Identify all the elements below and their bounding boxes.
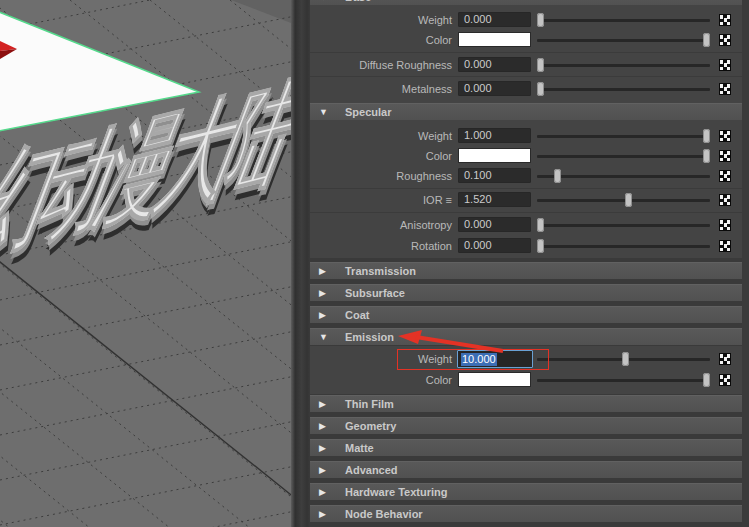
section-label-advanced: Advanced — [345, 462, 398, 478]
attr-label: Metalness — [310, 81, 452, 97]
attr-label: Anisotropy — [310, 217, 452, 233]
section-header-thin-film[interactable]: ▶ Thin Film — [310, 395, 742, 412]
slider-handle — [537, 13, 544, 27]
attribute-editor: ▼ Base Weight 0.000 Color Diffuse Roughn… — [310, 0, 749, 527]
section-label-transmission: Transmission — [345, 263, 416, 279]
disclosure-triangle-collapsed-icon: ▶ — [319, 485, 326, 500]
slider-handle — [703, 33, 710, 47]
texture-map-button[interactable] — [719, 194, 731, 206]
section-label-coat: Coat — [345, 307, 369, 323]
checker-icon — [719, 374, 731, 386]
base-weight-field[interactable]: 0.000 — [458, 12, 531, 27]
ior-field[interactable]: 1.520 — [458, 192, 531, 207]
section-header-geometry[interactable]: ▶ Geometry — [310, 417, 742, 434]
specular-roughness-field[interactable]: 0.100 — [458, 168, 531, 183]
disclosure-triangle-collapsed-icon: ▶ — [319, 286, 326, 301]
slider-handle — [537, 239, 544, 253]
emission-color-swatch[interactable] — [458, 372, 531, 387]
panel-right-margin — [742, 0, 749, 527]
metalness-field[interactable]: 0.000 — [458, 81, 531, 96]
attr-label: Roughness — [310, 168, 452, 184]
texture-map-button[interactable] — [719, 130, 731, 142]
specular-weight-field[interactable]: 1.000 — [458, 128, 531, 143]
specular-roughness-slider[interactable] — [537, 168, 710, 184]
section-header-coat[interactable]: ▶ Coat — [310, 306, 742, 323]
attr-row-metalness: Metalness 0.000 — [310, 81, 749, 97]
ior-menu-icon: ≡ — [443, 194, 452, 206]
section-header-transmission[interactable]: ▶ Transmission — [310, 262, 742, 279]
specular-weight-slider[interactable] — [537, 128, 710, 144]
section-header-hardware-texturing[interactable]: ▶ Hardware Texturing — [310, 483, 742, 500]
attr-row-base-color: Color — [310, 32, 749, 48]
section-label-emission: Emission — [345, 329, 394, 345]
section-label-specular: Specular — [345, 104, 391, 120]
base-color-slider[interactable] — [537, 32, 710, 48]
section-header-base[interactable]: ▼ Base — [310, 0, 742, 5]
diffuse-roughness-field[interactable]: 0.000 — [458, 57, 531, 72]
metalness-slider[interactable] — [537, 81, 710, 97]
base-color-swatch[interactable] — [458, 32, 531, 47]
emission-weight-slider[interactable] — [537, 351, 710, 367]
viewport-canvas[interactable]: 幻动漫大陆 幻动漫大陆 幻动漫大陆 — [0, 0, 291, 527]
ior-slider[interactable] — [537, 192, 710, 208]
disclosure-triangle-expanded-icon: ▼ — [319, 330, 328, 345]
disclosure-triangle-expanded-icon: ▼ — [319, 105, 328, 120]
section-header-matte[interactable]: ▶ Matte — [310, 439, 742, 456]
rotation-slider[interactable] — [537, 238, 710, 254]
section-label-thin-film: Thin Film — [345, 396, 394, 412]
disclosure-triangle-collapsed-icon: ▶ — [319, 419, 326, 434]
separator — [310, 212, 742, 213]
specular-color-swatch[interactable] — [458, 148, 531, 163]
texture-map-button[interactable] — [719, 219, 731, 231]
emission-color-slider[interactable] — [537, 372, 710, 388]
texture-map-button[interactable] — [719, 59, 731, 71]
disclosure-triangle-expanded-icon: ▼ — [319, 0, 328, 5]
base-weight-slider[interactable] — [537, 12, 710, 28]
checker-icon — [719, 130, 731, 142]
checker-icon — [719, 219, 731, 231]
slider-handle — [703, 129, 710, 143]
disclosure-triangle-collapsed-icon: ▶ — [319, 463, 326, 478]
section-header-advanced[interactable]: ▶ Advanced — [310, 461, 742, 478]
separator — [310, 76, 742, 77]
section-header-subsurface[interactable]: ▶ Subsurface — [310, 284, 742, 301]
disclosure-triangle-collapsed-icon: ▶ — [319, 441, 326, 456]
checker-icon — [719, 353, 731, 365]
attr-row-specular-color: Color — [310, 148, 749, 164]
panel-splitter[interactable] — [291, 0, 310, 527]
attr-row-rotation: Rotation 0.000 — [310, 238, 749, 254]
maya-window: 幻动漫大陆 幻动漫大陆 幻动漫大陆 ▼ Base Weight 0.000 Co… — [0, 0, 749, 527]
texture-map-button[interactable] — [719, 170, 731, 182]
disclosure-triangle-collapsed-icon: ▶ — [319, 308, 326, 323]
attr-label: Rotation — [310, 238, 452, 254]
anisotropy-field[interactable]: 0.000 — [458, 217, 531, 232]
disclosure-triangle-collapsed-icon: ▶ — [319, 264, 326, 279]
attr-row-anisotropy: Anisotropy 0.000 — [310, 217, 749, 233]
texture-map-button[interactable] — [719, 150, 731, 162]
section-header-node-behavior[interactable]: ▶ Node Behavior — [310, 505, 742, 522]
rotation-field[interactable]: 0.000 — [458, 238, 531, 253]
separator — [310, 52, 742, 53]
section-header-emission[interactable]: ▼ Emission — [310, 328, 742, 345]
slider-handle — [537, 82, 544, 96]
section-header-specular[interactable]: ▼ Specular — [310, 103, 742, 120]
diffuse-roughness-slider[interactable] — [537, 57, 710, 73]
slider-handle — [622, 352, 629, 366]
checker-icon — [719, 170, 731, 182]
texture-map-button[interactable] — [719, 374, 731, 386]
attr-row-emission-color: Color — [310, 372, 749, 388]
section-label-subsurface: Subsurface — [345, 285, 405, 301]
specular-color-slider[interactable] — [537, 148, 710, 164]
texture-map-button[interactable] — [719, 353, 731, 365]
section-label-geometry: Geometry — [345, 418, 396, 434]
slider-handle — [537, 218, 544, 232]
texture-map-button[interactable] — [719, 240, 731, 252]
texture-map-button[interactable] — [719, 83, 731, 95]
texture-map-button[interactable] — [719, 14, 731, 26]
attr-row-diffuse-roughness: Diffuse Roughness 0.000 — [310, 57, 749, 73]
section-label-base: Base — [345, 0, 371, 5]
emission-weight-field[interactable]: 10.000 — [457, 350, 533, 368]
attr-row-ior: IOR≡ 1.520 — [310, 192, 749, 208]
texture-map-button[interactable] — [719, 34, 731, 46]
anisotropy-slider[interactable] — [537, 217, 710, 233]
